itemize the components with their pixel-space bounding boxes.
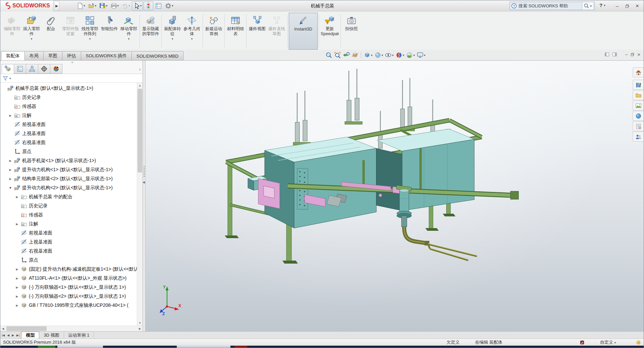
tree-item[interactable]: ▶机械手总装 中的配合: [0, 192, 137, 201]
next-tab-icon[interactable]: ▶: [12, 334, 14, 337]
taskbar-item[interactable]: [57, 346, 103, 348]
filter-caret-icon[interactable]: ▾: [9, 77, 11, 80]
appearances-scenes-tab[interactable]: [633, 111, 644, 121]
design-library-tab[interactable]: [633, 80, 644, 90]
tree-item[interactable]: ▶AT110FL-A<1> (默认<<默认>_外观 显示状态>): [0, 274, 137, 283]
restore-button[interactable]: [622, 2, 632, 10]
tree-item[interactable]: ▶注解: [0, 111, 137, 120]
ribbon-button[interactable]: Instant3D: [289, 13, 318, 50]
view-orientation-button[interactable]: ▾: [363, 51, 373, 59]
panel-grip[interactable]: [71, 62, 73, 63]
search-button[interactable]: ▾: [582, 2, 593, 10]
tree-item[interactable]: 历史记录: [0, 201, 137, 210]
hide-show-items-button[interactable]: ▾: [384, 51, 394, 59]
displaymanager-tab-button[interactable]: [50, 64, 62, 74]
tree-horizontal-scrollbar[interactable]: ◀ ▶: [0, 326, 143, 331]
tree-expand-icon[interactable]: ▶: [15, 268, 19, 271]
ribbon-button[interactable]: 配合: [41, 13, 61, 50]
tree-expand-icon[interactable]: ▶: [8, 114, 12, 117]
tree-expand-icon[interactable]: ▶: [15, 195, 19, 199]
windows-taskbar[interactable]: [0, 346, 644, 348]
panel-splitter[interactable]: ◀: [143, 61, 146, 331]
ribbon-button[interactable]: 参考几何体▾: [182, 13, 202, 50]
panel-collapse-icon[interactable]: ◀: [143, 181, 145, 184]
splitter-grip[interactable]: [144, 166, 145, 178]
section-view-button[interactable]: [351, 51, 359, 59]
doc-close-button[interactable]: ×: [637, 52, 640, 57]
tree-expand-icon[interactable]: ▶: [15, 286, 19, 289]
tree-item[interactable]: ▶机器手机架<1> (默认<显示状态-1>): [0, 156, 137, 165]
edit-appearance-button[interactable]: ▾: [395, 51, 405, 59]
ribbon-button[interactable]: 移动零部件▾: [119, 13, 139, 50]
previous-view-button[interactable]: [342, 51, 350, 59]
tab-评估[interactable]: 评估: [62, 51, 81, 60]
tree-expand-icon[interactable]: ▶: [8, 177, 12, 181]
configurationmanager-tab-button[interactable]: [26, 64, 38, 74]
tree-expand-icon[interactable]: ▶: [8, 168, 12, 171]
pane-split-left-icon[interactable]: [604, 52, 609, 57]
display-style-button[interactable]: ▾: [374, 51, 384, 59]
ribbon-button[interactable]: 装配体特征▾: [163, 13, 182, 50]
assembly-3d-model[interactable]: [146, 61, 644, 331]
panel-expand-icon[interactable]: ›: [139, 67, 141, 72]
view-settings-button[interactable]: ▾: [416, 51, 426, 59]
doc-tab-3D 视图[interactable]: 3D 视图: [39, 332, 64, 339]
tree-item[interactable]: 上视基准面: [0, 129, 137, 138]
tree-item[interactable]: 传感器: [0, 210, 137, 219]
home-tab[interactable]: [633, 67, 644, 77]
tree-expand-icon[interactable]: ▶: [15, 277, 19, 280]
help-menu[interactable]: ?▾: [599, 2, 605, 8]
tree-item[interactable]: ▶提升动力机构<1> (默认<默认_显示状态-1>): [0, 165, 137, 174]
ribbon-button[interactable]: 零部件预览窗: [61, 13, 80, 50]
propertymanager-tab-button[interactable]: [14, 64, 26, 74]
scroll-thumb[interactable]: [6, 326, 47, 331]
zoom-fit-button[interactable]: [325, 51, 333, 59]
filter-funnel-icon[interactable]: [2, 75, 8, 81]
file-explorer-tab[interactable]: [633, 90, 644, 100]
tree-item[interactable]: 原点: [0, 147, 137, 156]
performance-ball-icon[interactable]: [636, 340, 641, 345]
view-palette-tab[interactable]: [633, 100, 644, 111]
first-tab-icon[interactable]: |◀: [2, 334, 5, 337]
taskbar-item[interactable]: [234, 346, 247, 348]
tree-item[interactable]: 上视基准面: [0, 237, 137, 247]
prev-tab-icon[interactable]: ◀: [7, 334, 9, 337]
tree-expand-icon[interactable]: ▶: [15, 304, 19, 307]
ribbon-button[interactable]: 爆炸视图: [248, 13, 267, 50]
ribbon-button[interactable]: 插入零部件▾: [22, 13, 41, 50]
ribbon-button[interactable]: 线性零部件阵列▾: [80, 13, 100, 50]
tree-expand-icon[interactable]: ▶: [8, 159, 12, 162]
taskbar-item[interactable]: [38, 346, 55, 348]
tree-item[interactable]: ▶(固定) 提升动力机构-减速机固定板1<1> (默认<<默认: [0, 265, 137, 274]
new-document-button[interactable]: ▾: [75, 2, 86, 10]
tree-item[interactable]: 前视基准面: [0, 120, 137, 129]
doc-restore-button[interactable]: [630, 52, 635, 57]
scroll-left-icon[interactable]: ◀: [0, 326, 6, 331]
doc-minimize-button[interactable]: –: [625, 52, 628, 57]
search-options-caret-icon[interactable]: ▾: [590, 5, 592, 7]
ribbon-button[interactable]: 编辑零部件: [2, 13, 22, 50]
tree-item[interactable]: ▶(-) 万向联轴器<2> (默认<<默认>_显示状态 1>): [0, 292, 137, 301]
tree-item[interactable]: 前视基准面: [0, 228, 137, 237]
ribbon-button[interactable]: 拍快照: [342, 13, 361, 50]
ribbon-button[interactable]: 爆炸直线草图: [267, 13, 286, 50]
tree-expand-icon[interactable]: ▼: [8, 186, 12, 190]
tree-item[interactable]: 右视基准面: [0, 247, 137, 256]
apply-scene-button[interactable]: ▾: [406, 51, 415, 59]
select-cursor-button[interactable]: ▾: [132, 1, 143, 10]
ribbon-button[interactable]: 材料明细表: [226, 13, 245, 50]
scroll-up-icon[interactable]: ▲: [137, 83, 143, 88]
taskbar-item[interactable]: [177, 346, 230, 348]
scroll-thumb[interactable]: [138, 89, 142, 172]
tree-expand-icon[interactable]: ▶: [15, 295, 19, 298]
ribbon-button[interactable]: 更新 Speedpak: [320, 13, 339, 50]
scroll-down-icon[interactable]: ▼: [137, 320, 143, 326]
last-tab-icon[interactable]: ▶|: [16, 334, 19, 337]
customize-menu[interactable]: 自定义 ▾: [600, 339, 616, 345]
tab-装配体[interactable]: 装配体: [1, 51, 25, 60]
search-input[interactable]: 搜索 SOLIDWORKS 帮助: [519, 3, 580, 9]
undo-button[interactable]: ▾: [120, 2, 131, 10]
featuremanager-tab-button[interactable]: [2, 64, 14, 74]
scroll-right-icon[interactable]: ▶: [137, 326, 143, 331]
print-button[interactable]: ▾: [109, 2, 120, 10]
